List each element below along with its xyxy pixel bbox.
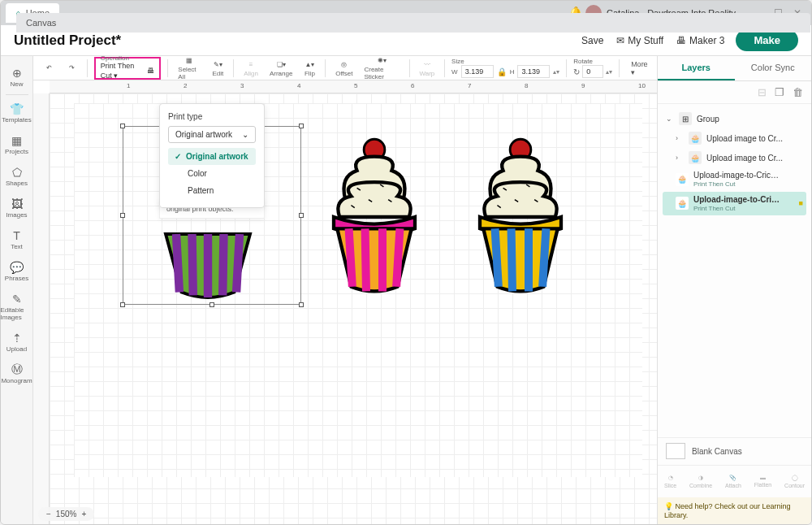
- rail-upload[interactable]: ⇡Upload: [1, 326, 33, 358]
- more-button[interactable]: More ▾: [631, 60, 650, 76]
- rail-projects[interactable]: ▦Projects: [1, 128, 33, 160]
- cupcake-image-3[interactable]: [460, 136, 581, 298]
- rotate-group: Rotate ↻ ▴▾: [573, 58, 612, 78]
- thumb-icon: 🧁: [689, 151, 702, 164]
- zoom-value: 150%: [56, 510, 77, 518]
- canvas-grid[interactable]: Print type Original artwork ⌄ ✓ Original…: [50, 93, 657, 525]
- handle-br[interactable]: [299, 302, 304, 307]
- warp-button[interactable]: 〰Warp: [416, 56, 438, 80]
- machine-select[interactable]: 🖶 Maker 3: [676, 35, 724, 46]
- handle-tl[interactable]: [120, 124, 125, 128]
- width-input[interactable]: [461, 65, 494, 78]
- offset-icon: ◎: [339, 59, 350, 70]
- tab-layers[interactable]: Layers: [658, 56, 735, 80]
- edit-button[interactable]: ✎▾Edit: [209, 56, 227, 80]
- handle-ml[interactable]: [120, 213, 125, 218]
- undo-button[interactable]: ↶: [40, 56, 58, 80]
- project-title[interactable]: Untitled Project*: [14, 33, 121, 49]
- contour-icon: ◯: [792, 475, 798, 481]
- undo-icon: ↶: [43, 63, 54, 74]
- operation-value: Print Then Cut ▾: [101, 62, 145, 80]
- printer-icon: 🖶: [676, 35, 686, 46]
- ungroup-icon[interactable]: ⊟: [758, 86, 767, 98]
- option-original-artwork[interactable]: ✓ Original artwork: [168, 148, 256, 165]
- zoom-out-icon[interactable]: −: [46, 510, 51, 518]
- offset-button[interactable]: ◎Offset: [332, 56, 356, 80]
- createsticker-button[interactable]: ✺▾Create Sticker: [361, 56, 402, 80]
- layer-subitem-2-selected[interactable]: 🧁 Upload-image-to-Cricu...Print Then Cut…: [663, 192, 806, 216]
- option-color[interactable]: Color: [168, 165, 256, 182]
- rail-shapes[interactable]: ⬠Shapes: [1, 160, 33, 192]
- make-button[interactable]: Make: [736, 29, 798, 51]
- canvas-area[interactable]: 1 2 3 4 5 6 7 8 9 10: [33, 80, 657, 525]
- op-slice[interactable]: ◔Slice: [664, 475, 676, 488]
- op-attach[interactable]: 📎Attach: [725, 475, 741, 488]
- zoom-in-icon[interactable]: +: [81, 510, 86, 518]
- op-combine[interactable]: ◑Combine: [689, 475, 712, 488]
- print-type-select[interactable]: Original artwork ⌄: [168, 126, 256, 143]
- operation-label: Operation: [101, 55, 155, 62]
- redo-button[interactable]: ↷: [63, 56, 80, 80]
- print-type-popup: Print type Original artwork ⌄ ✓ Original…: [159, 103, 265, 208]
- selectall-button[interactable]: ▦Select All: [175, 56, 204, 80]
- flatten-icon: ▬: [760, 475, 766, 480]
- cupcake-image-2[interactable]: [313, 136, 435, 298]
- mystuff-button[interactable]: ✉ My Stuff: [616, 35, 663, 46]
- tab-canvas-label: Canvas: [26, 18, 56, 28]
- ruler-horizontal: 1 2 3 4 5 6 7 8 9 10: [50, 80, 657, 93]
- chevron-right-icon[interactable]: ›: [676, 134, 684, 142]
- operation-dropdown[interactable]: Operation Print Then Cut ▾🖶: [94, 57, 162, 80]
- layer-group[interactable]: ⌄ ⊞ Group: [663, 109, 806, 128]
- op-contour[interactable]: ◯Contour: [784, 475, 805, 488]
- artboard[interactable]: Print type Original artwork ⌄ ✓ Original…: [74, 103, 642, 477]
- rail-monogram[interactable]: ⓂMonogram: [1, 358, 33, 389]
- chevron-down-icon: ⌄: [242, 130, 248, 139]
- layer-item-1[interactable]: › 🧁 Upload image to Cr...: [663, 128, 806, 148]
- rail-images[interactable]: 🖼Images: [1, 192, 33, 223]
- delete-icon[interactable]: 🗑: [793, 86, 803, 98]
- rail-text[interactable]: TText: [1, 223, 33, 255]
- rail-editable-images[interactable]: ✎Editable Images: [1, 287, 33, 326]
- rail-new[interactable]: ⊕New: [1, 61, 33, 93]
- handle-bl[interactable]: [120, 302, 125, 307]
- arrange-button[interactable]: ❏▾Arrange: [266, 56, 296, 80]
- sticker-icon: ✺▾: [376, 56, 387, 66]
- chevron-right-icon[interactable]: ›: [676, 154, 684, 162]
- handle-bm[interactable]: [209, 302, 214, 307]
- right-panel: Layers Color Sync ⊟ ❐ 🗑 ⌄ ⊞ Group › 🧁 Up…: [657, 56, 811, 525]
- layer-subitem-1[interactable]: 🧁 Upload-image-to-Cricut...Print Then Cu…: [663, 167, 806, 192]
- flip-button[interactable]: ▲▾Flip: [300, 56, 318, 80]
- save-button[interactable]: Save: [581, 35, 603, 46]
- chevron-down-icon[interactable]: ⌄: [666, 115, 674, 123]
- group-icon: ⊞: [679, 112, 692, 125]
- rotate-input[interactable]: [582, 65, 603, 78]
- swatch-box: [666, 443, 685, 459]
- help-banner[interactable]: 💡 Need help? Check out our Learning Libr…: [658, 497, 811, 525]
- zoom-control[interactable]: − 150% +: [38, 507, 94, 521]
- tab-colorsync[interactable]: Color Sync: [735, 56, 812, 80]
- stepper-icon[interactable]: ▴▾: [553, 68, 559, 76]
- op-flatten[interactable]: ▬Flatten: [754, 475, 771, 488]
- handle-mr[interactable]: [299, 213, 304, 218]
- stepper-icon[interactable]: ▴▾: [606, 68, 612, 76]
- left-rail: ⊕New 👕Templates ▦Projects ⬠Shapes 🖼Image…: [1, 56, 33, 525]
- handle-tr[interactable]: [299, 124, 304, 128]
- lock-icon[interactable]: 🔒: [497, 67, 507, 76]
- tab-canvas[interactable]: Canvas: [16, 13, 810, 33]
- canvas-swatch[interactable]: Blank Canvas: [658, 437, 811, 465]
- group-label: Group: [697, 115, 719, 124]
- cupcake-image-1[interactable]: [155, 229, 261, 302]
- duplicate-icon[interactable]: ❐: [775, 86, 784, 98]
- text-icon: T: [10, 228, 24, 243]
- toolbar: ↶ ↷ Operation Print Then Cut ▾🖶 ▦Select …: [33, 56, 657, 80]
- height-input[interactable]: [517, 65, 550, 78]
- rail-phrases[interactable]: 💬Phrases: [1, 255, 33, 287]
- image-icon: 🖼: [10, 197, 24, 211]
- layer-item-2[interactable]: › 🧁 Upload image to Cr...: [663, 148, 806, 167]
- rotate-icon[interactable]: ↻: [573, 67, 580, 76]
- rail-templates[interactable]: 👕Templates: [1, 97, 33, 128]
- align-button[interactable]: ≡Align: [240, 56, 261, 80]
- slice-icon: ◔: [668, 475, 673, 481]
- layers-tree: ⌄ ⊞ Group › 🧁 Upload image to Cr... › 🧁 …: [658, 104, 811, 437]
- option-pattern[interactable]: Pattern: [168, 182, 256, 199]
